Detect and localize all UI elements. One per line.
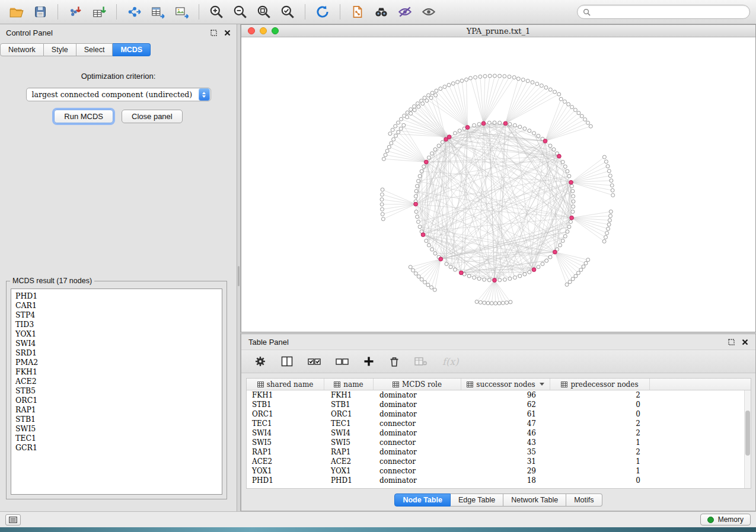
graph-leaf-node[interactable] [604,160,608,164]
table-vertical-scrollbar[interactable] [744,390,751,488]
graph-leaf-node[interactable] [409,265,412,269]
graph-ring-node[interactable] [414,194,417,198]
graph-ring-node[interactable] [563,165,567,168]
graph-mcds-hub-node[interactable] [553,250,557,254]
graph-leaf-node[interactable] [384,153,387,157]
graph-ring-node[interactable] [467,274,471,278]
search-input[interactable] [594,8,744,16]
graph-ring-node[interactable] [552,148,556,151]
mcds-result-item[interactable]: SWI5 [15,424,218,434]
graph-ring-node[interactable] [433,252,437,255]
graph-ring-node[interactable] [416,215,419,219]
float-window-icon[interactable] [210,30,217,36]
column-header-successor-nodes[interactable]: successor nodes [461,379,550,390]
graph-ring-node[interactable] [567,174,571,178]
tab-select[interactable]: Select [76,43,113,56]
graph-leaf-node[interactable] [577,111,580,115]
graph-leaf-node[interactable] [451,82,455,85]
graph-leaf-node[interactable] [505,301,509,305]
graph-leaf-node[interactable] [381,213,384,216]
graph-leaf-node[interactable] [557,92,561,96]
graph-ring-node[interactable] [473,276,476,280]
run-mcds-button[interactable]: Run MCDS [54,110,113,123]
mcds-result-item[interactable]: STP4 [15,310,218,320]
graph-leaf-node[interactable] [417,275,420,278]
graph-mcds-hub-node[interactable] [532,268,536,272]
graph-ring-node[interactable] [566,230,569,233]
graph-leaf-node[interactable] [574,274,578,278]
show-all-button[interactable] [418,2,439,21]
graph-mcds-hub-node[interactable] [414,202,418,206]
graph-ring-node[interactable] [545,259,548,262]
graph-ring-node[interactable] [477,277,481,280]
graph-mcds-hub-node[interactable] [424,160,428,164]
graph-ring-node[interactable] [427,243,430,247]
show-columns-button[interactable] [281,356,293,367]
graph-ring-node[interactable] [427,156,430,159]
tab-mcds[interactable]: MCDS [113,43,151,56]
graph-leaf-node[interactable] [392,137,395,141]
graph-leaf-node[interactable] [565,283,569,286]
export-image-button[interactable] [171,2,192,21]
zoom-fit-button[interactable] [253,2,275,21]
graph-leaf-node[interactable] [604,235,608,239]
graph-leaf-node[interactable] [531,81,534,84]
graph-ring-node[interactable] [414,210,418,213]
graph-leaf-node[interactable] [497,302,501,305]
graph-ring-node[interactable] [418,225,422,229]
graph-ring-node[interactable] [567,225,571,229]
graph-mcds-hub-node[interactable] [439,257,443,261]
graph-ring-node[interactable] [433,148,437,151]
graph-leaf-node[interactable] [589,124,592,128]
graph-leaf-node[interactable] [608,219,611,222]
network-window-titlebar[interactable]: YPA_prune.txt_1 [241,25,755,37]
graph-mcds-hub-node[interactable] [503,121,508,126]
graph-ring-node[interactable] [548,144,552,148]
graph-ring-node[interactable] [422,165,426,168]
graph-leaf-node[interactable] [391,128,394,132]
graph-ring-node[interactable] [523,127,527,130]
graph-leaf-node[interactable] [584,261,588,265]
graph-ring-node[interactable] [449,265,452,269]
export-table-button[interactable] [147,2,168,21]
network-canvas[interactable] [241,37,755,331]
graph-leaf-node[interactable] [559,97,563,101]
graph-leaf-node[interactable] [409,112,413,116]
graph-leaf-node[interactable] [380,203,384,206]
graph-ring-node[interactable] [454,268,457,271]
graph-leaf-node[interactable] [433,288,436,291]
tab-motifs[interactable]: Motifs [566,493,602,507]
mcds-result-item[interactable]: YOX1 [15,329,218,339]
optimization-criterion-select[interactable]: largest connected component (undirected) [26,88,211,101]
tab-node-table[interactable]: Node Table [394,493,450,507]
graph-leaf-node[interactable] [608,174,612,178]
graph-leaf-node[interactable] [381,217,385,221]
graph-leaf-node[interactable] [483,75,487,78]
graph-leaf-node[interactable] [430,91,434,95]
table-row[interactable]: ACE2ACE2connector311 [247,457,744,466]
graph-leaf-node[interactable] [412,268,415,272]
graph-ring-node[interactable] [572,194,575,198]
column-header-mcds-role[interactable]: MCDS role [374,379,461,390]
graph-leaf-node[interactable] [501,301,505,305]
graph-ring-node[interactable] [563,235,567,238]
graph-ring-node[interactable] [513,276,516,280]
graph-ring-node[interactable] [454,132,457,135]
graph-leaf-node[interactable] [494,302,497,305]
mcds-result-list[interactable]: PHD1CAR1STP4TID3YOX1SWI4SRD1PMA2FKH1ACE2… [11,289,222,495]
mcds-result-item[interactable]: STB1 [15,415,218,424]
graph-ring-node[interactable] [537,134,540,137]
clone-network-button[interactable] [347,2,368,21]
graph-leaf-node[interactable] [479,75,482,78]
mcds-result-item[interactable]: PMA2 [15,358,218,367]
memory-button[interactable]: Memory [700,514,751,525]
graph-leaf-node[interactable] [582,265,585,268]
graph-leaf-node[interactable] [417,105,420,108]
table-row[interactable]: SWI5SWI5connector431 [247,438,744,447]
column-header-name[interactable]: name [324,379,374,390]
graph-ring-node[interactable] [569,220,573,223]
graph-ring-node[interactable] [498,278,502,282]
graph-ring-node[interactable] [513,124,516,127]
graph-ring-node[interactable] [430,248,434,251]
graph-ring-node[interactable] [559,243,562,247]
